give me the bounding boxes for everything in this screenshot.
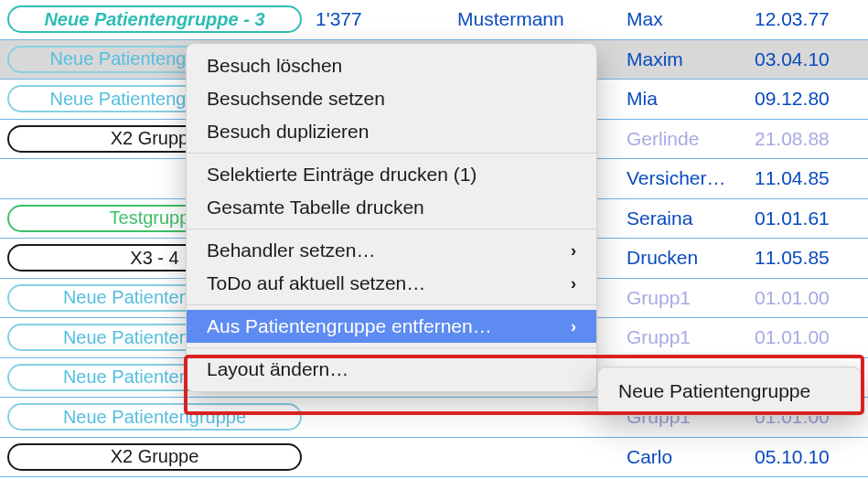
menu-item[interactable]: Besuch duplizieren (187, 115, 596, 148)
patient-group-pill[interactable]: X2 Gruppe (7, 443, 302, 471)
cell-dob: 01.01.00 (755, 287, 855, 309)
cell-dob: 11.05.85 (755, 247, 855, 269)
cell-dob: 05.10.10 (755, 446, 855, 468)
cell-lastname: Mustermann (457, 8, 627, 30)
menu-item[interactable]: Besuchsende setzen (187, 82, 596, 115)
cell-firstname: Max (627, 8, 755, 30)
pill-label: X3 - 4 (130, 248, 178, 269)
cell-id: 1'377 (316, 8, 457, 30)
menu-separator (187, 304, 596, 305)
menu-item-label: Besuch löschen (207, 55, 342, 77)
cell-dob: 03.04.10 (755, 48, 855, 70)
pill-label: X2 Gruppe (111, 446, 199, 467)
pill-cell: Neue Patientengruppe - 3 (0, 5, 316, 33)
menu-separator (187, 347, 596, 348)
menu-item-label: Gesamte Tabelle drucken (207, 197, 424, 218)
cell-firstname: Carlo (627, 446, 755, 468)
cell-dob: 12.03.77 (755, 8, 855, 30)
menu-item-label: ToDo auf aktuell setzen… (207, 272, 425, 294)
cell-dob: 01.01.61 (755, 208, 855, 229)
chevron-right-icon: › (571, 241, 576, 261)
chevron-right-icon: › (571, 274, 576, 293)
cell-firstname: Gerlinde (627, 128, 755, 150)
menu-item-label: Besuch duplizieren (207, 121, 369, 143)
cell-firstname: Mia (627, 88, 755, 110)
pill-cell: X2 Gruppe (0, 443, 316, 471)
submenu-item-neue-patientengruppe[interactable]: Neue Patientengruppe (598, 373, 861, 410)
patient-group-pill[interactable]: Neue Patientengruppe (7, 403, 302, 431)
cell-dob: 09.12.80 (755, 88, 855, 110)
menu-item-label: Selektierte Einträge drucken (1) (207, 164, 477, 186)
cell-firstname: Grupp1 (627, 287, 755, 309)
menu-item[interactable]: Aus Patientengruppe entfernen…› (187, 310, 596, 343)
cell-firstname: Drucken (627, 247, 755, 269)
context-submenu: Neue Patientengruppe (597, 367, 862, 416)
submenu-item-label: Neue Patientengruppe (618, 380, 810, 402)
context-menu: Besuch löschenBesuchsende setzenBesuch d… (186, 43, 597, 392)
pill-label: Neue Patientengruppe (63, 407, 246, 428)
table-row[interactable]: Neue Patientengruppe - 31'377MustermannM… (0, 0, 868, 40)
chevron-right-icon: › (571, 317, 576, 336)
menu-item-label: Layout ändern… (207, 358, 348, 380)
menu-separator (187, 153, 596, 154)
patient-group-pill[interactable]: Neue Patientengruppe - 3 (7, 5, 302, 33)
cell-dob: 21.08.88 (755, 128, 855, 150)
menu-separator (187, 229, 596, 229)
menu-item[interactable]: Behandler setzen…› (187, 234, 596, 267)
cell-firstname: Maxim (627, 48, 755, 70)
pill-cell: Neue Patientengruppe (0, 403, 316, 431)
menu-item-label: Aus Patientengruppe entfernen… (207, 315, 492, 337)
menu-item-label: Behandler setzen… (207, 240, 375, 261)
menu-item[interactable]: Besuch löschen (187, 49, 596, 82)
menu-item[interactable]: Layout ändern… (187, 353, 596, 386)
cell-dob: 01.01.00 (755, 326, 855, 348)
menu-item[interactable]: Gesamte Tabelle drucken (187, 191, 596, 224)
menu-item[interactable]: ToDo auf aktuell setzen…› (187, 267, 596, 300)
cell-dob: 11.04.85 (755, 167, 855, 189)
cell-firstname: Grupp1 (627, 326, 755, 348)
menu-item-label: Besuchsende setzen (207, 88, 385, 110)
cell-firstname: Versicher… (627, 167, 755, 189)
pill-label: Neue Patientengruppe - 3 (44, 9, 264, 30)
menu-item[interactable]: Selektierte Einträge drucken (1) (187, 158, 596, 191)
table-row[interactable]: X2 GruppeCarlo05.10.10 (0, 438, 868, 478)
cell-firstname: Seraina (627, 208, 755, 229)
